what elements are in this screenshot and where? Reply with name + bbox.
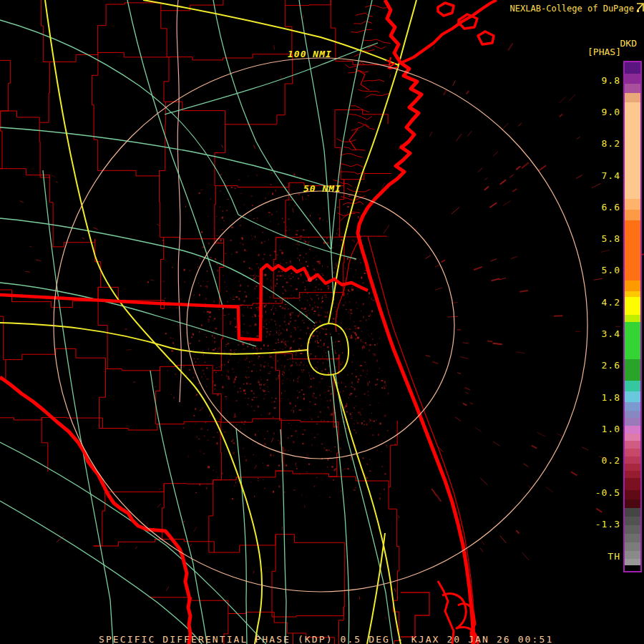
nexlab-logo-icon	[636, 3, 644, 12]
color-scale-segment	[625, 62, 640, 74]
color-scale-segment	[625, 93, 640, 102]
color-scale-segment	[625, 74, 640, 84]
color-scale-segment	[625, 359, 640, 381]
color-scale-segment	[625, 322, 640, 359]
range-ring-label-100nmi: 100 NMI	[288, 49, 332, 59]
color-scale-segment	[625, 434, 640, 441]
color-scale-segment	[625, 559, 640, 565]
color-scale	[623, 61, 642, 572]
status-bar: SPECIFIC DIFFERENTIAL PHASE (KDP) 0.5 DE…	[0, 633, 644, 644]
radar-map	[0, 0, 644, 644]
color-scale-segment	[625, 551, 640, 559]
color-scale-segment	[625, 102, 640, 199]
color-scale-segment	[625, 534, 640, 542]
color-scale-segment	[625, 210, 640, 220]
color-scale-segment	[625, 499, 640, 508]
color-scale-segment	[625, 199, 640, 210]
color-scale-segment	[625, 478, 640, 490]
color-scale-segment	[625, 291, 640, 297]
product-status-text: SPECIFIC DIFFERENTIAL PHASE (KDP) 0.5 DE…	[99, 634, 553, 644]
radar-display: NEXLAB-College of DuPage DKD [PHAS] 9.89…	[0, 0, 644, 644]
color-scale-segment	[625, 402, 640, 411]
color-scale-segment	[625, 315, 640, 322]
color-scale-segment	[625, 457, 640, 464]
color-scale-segment	[625, 508, 640, 517]
color-scale-segment	[625, 84, 640, 93]
color-scale-segment	[625, 418, 640, 426]
color-scale-segment	[625, 565, 640, 571]
color-scale-segment	[625, 525, 640, 534]
color-scale-segments	[625, 62, 640, 571]
color-scale-segment	[625, 471, 640, 478]
color-scale-segment	[625, 391, 640, 402]
color-scale-segment	[625, 517, 640, 525]
color-scale-segment	[625, 280, 640, 291]
product-units: [PHAS]	[544, 47, 621, 57]
color-scale-segment	[625, 411, 640, 418]
color-scale-segment	[625, 381, 640, 391]
color-scale-segment	[625, 490, 640, 499]
color-scale-segment	[625, 426, 640, 434]
range-ring-label-50nmi: 50 NMI	[303, 183, 341, 194]
color-scale-segment	[625, 297, 640, 315]
color-scale-segment	[625, 220, 640, 280]
color-scale-segment	[625, 441, 640, 449]
color-scale-segment	[625, 542, 640, 551]
color-scale-segment	[625, 449, 640, 457]
color-scale-segment	[625, 464, 640, 471]
app-title: NEXLAB-College of DuPage	[501, 4, 634, 14]
